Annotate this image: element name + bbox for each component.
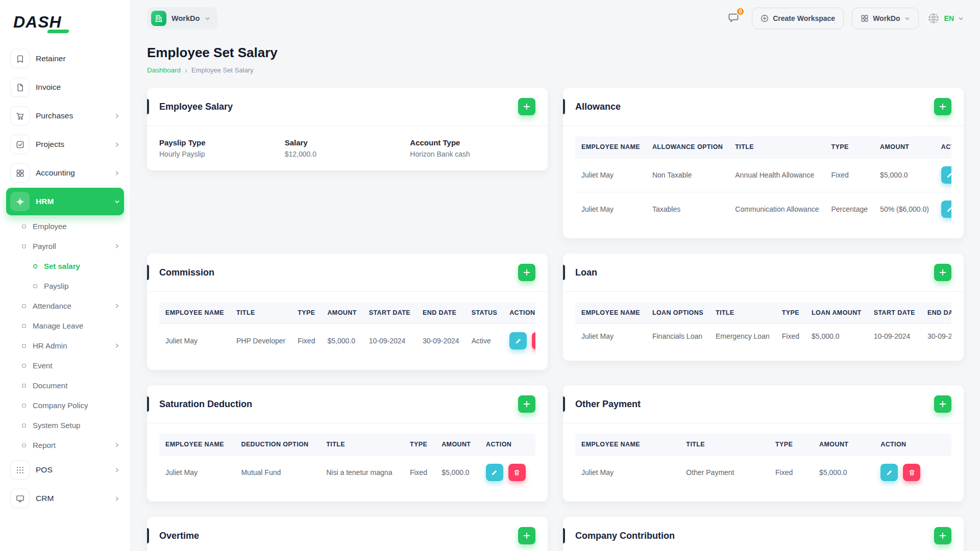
sidebar-item-retainer[interactable]: Retainer: [6, 45, 124, 72]
chevron-down-icon: [114, 199, 120, 205]
sidebar-item-pos[interactable]: POS: [6, 456, 124, 484]
breadcrumb-current: Employee Set Salary: [191, 66, 253, 74]
sidebar-item-label: Accounting: [36, 168, 108, 178]
delete-button[interactable]: [903, 464, 920, 481]
table-row: Juliet May Non Taxable Annual Health All…: [575, 158, 951, 192]
sidebar-item-label: Invoice: [36, 83, 120, 92]
company-contribution-card: Company Contribution: [563, 517, 964, 551]
sidebar-item-company-policy[interactable]: Company Policy: [6, 395, 124, 415]
card-title: Saturation Deduction: [159, 399, 252, 410]
column-header: AMOUNT: [435, 434, 480, 456]
delete-button[interactable]: [508, 464, 526, 481]
field-label: Payslip Type: [159, 138, 285, 147]
sidebar-item-attendance[interactable]: Attendance: [6, 296, 124, 316]
add-allowance-button[interactable]: [934, 98, 951, 115]
sidebar-item-label: System Setup: [33, 421, 120, 430]
column-header: EMPLOYEE NAME: [575, 434, 680, 456]
cell-type: Fixed: [291, 324, 321, 358]
language-code: EN: [944, 14, 954, 22]
sidebar-item-set-salary[interactable]: Set salary: [6, 256, 124, 276]
commission-table: EMPLOYEE NAME TITLE TYPE AMOUNT START DA…: [159, 302, 535, 358]
edit-button[interactable]: [941, 166, 951, 184]
create-workspace-button[interactable]: Create Workspace: [752, 8, 844, 29]
sidebar-item-document[interactable]: Document: [6, 375, 124, 395]
sidebar-item-hr-admin[interactable]: HR Admin: [6, 336, 124, 356]
breadcrumb: Dashboard › Employee Set Salary: [147, 66, 964, 74]
column-header: END DATE: [921, 302, 951, 324]
main-area: WorkDo 0 Create Workspace WorkDo EN: [131, 0, 980, 551]
sidebar-item-system-setup[interactable]: System Setup: [6, 415, 124, 435]
delete-button[interactable]: [532, 332, 535, 349]
plus-circle-icon: [761, 14, 769, 22]
sidebar-item-event[interactable]: Event: [6, 356, 124, 375]
column-header: AMOUNT: [874, 136, 935, 158]
edit-button[interactable]: [509, 332, 527, 349]
messages-button[interactable]: 0: [723, 8, 744, 29]
chevron-right-icon: [114, 113, 120, 119]
edit-button[interactable]: [486, 464, 503, 481]
edit-button[interactable]: [880, 464, 898, 481]
plus-icon: [523, 268, 531, 277]
sidebar-item-accounting[interactable]: Accounting: [6, 159, 124, 187]
card-title: Commission: [159, 267, 214, 278]
workdo-menu-button[interactable]: WorkDo: [852, 8, 918, 29]
add-overtime-button[interactable]: [518, 527, 535, 544]
overtime-card: Overtime: [147, 517, 548, 551]
circle-icon: [21, 403, 27, 408]
table-header-row: EMPLOYEE NAME DEDUCTION OPTION TITLE TYP…: [159, 434, 535, 456]
workdo-menu-label: WorkDo: [873, 14, 900, 22]
workspace-selector[interactable]: WorkDo: [147, 7, 217, 30]
app-logo[interactable]: DASH: [0, 0, 130, 44]
monitor-icon: [10, 489, 30, 508]
table-row: Juliet May PHP Developer Fixed $5,000.0 …: [159, 324, 535, 358]
column-header: DEDUCTION OPTION: [235, 434, 320, 456]
sidebar-item-invoice[interactable]: Invoice: [6, 73, 124, 101]
workspace-name: WorkDo: [172, 14, 200, 22]
chevron-right-icon: [114, 442, 120, 448]
card-title: Company Contribution: [575, 531, 675, 541]
add-commission-button[interactable]: [518, 264, 535, 281]
sidebar-item-report[interactable]: Report: [6, 435, 124, 455]
sidebar-item-crm[interactable]: CRM: [6, 485, 124, 512]
sidebar-item-label: Retainer: [36, 54, 120, 63]
add-other-payment-button[interactable]: [934, 395, 951, 413]
circle-icon: [33, 264, 38, 269]
cell-allowance-option: Non Taxable: [646, 158, 729, 192]
breadcrumb-separator: ›: [185, 66, 187, 74]
cell-title: Annual Health Allowance: [729, 158, 825, 192]
column-header: STATUS: [465, 302, 504, 324]
account-type-field: Account Type Horizon Bank cash: [410, 138, 535, 158]
circle-icon: [21, 244, 27, 249]
column-header: TYPE: [776, 302, 805, 324]
add-saturation-deduction-button[interactable]: [518, 395, 535, 413]
add-employee-salary-button[interactable]: [518, 98, 535, 115]
globe-icon: [927, 12, 940, 25]
breadcrumb-home-link[interactable]: Dashboard: [147, 66, 181, 74]
sidebar-item-manage-leave[interactable]: Manage Leave: [6, 316, 124, 336]
cards-grid: Employee Salary Payslip Type Hourly Pays…: [147, 88, 964, 551]
commission-card: Commission EMPLOYEE NAME TITLE TYPE AMOU…: [147, 254, 548, 370]
salary-field: Salary $12,000.0: [285, 138, 410, 158]
sidebar-item-employee[interactable]: Employee: [6, 216, 124, 236]
sidebar-item-projects[interactable]: Projects: [6, 131, 124, 158]
circle-icon: [21, 343, 27, 348]
column-header: START DATE: [363, 302, 416, 324]
circle-icon: [21, 304, 27, 309]
check-square-icon: [10, 135, 30, 154]
edit-button[interactable]: [941, 201, 951, 218]
cell-title: Emergency Loan: [709, 324, 776, 349]
language-selector[interactable]: EN: [927, 12, 964, 25]
sidebar-item-payroll[interactable]: Payroll: [6, 236, 124, 256]
sidebar-item-hrm[interactable]: HRM: [6, 188, 124, 215]
add-loan-button[interactable]: [934, 264, 951, 281]
sidebar-item-payslip[interactable]: Payslip: [6, 276, 124, 296]
add-company-contribution-button[interactable]: [934, 527, 951, 544]
cell-type: Fixed: [776, 324, 805, 349]
cell-title: Other Payment: [680, 456, 769, 490]
cell-employee-name: Juliet May: [575, 192, 646, 227]
sidebar-item-purchases[interactable]: Purchases: [6, 102, 124, 130]
cell-start-date: 10-09-2024: [363, 324, 416, 358]
column-header: TITLE: [230, 302, 291, 324]
sidebar-item-label: Purchases: [36, 111, 108, 120]
chevron-right-icon: [114, 243, 120, 249]
